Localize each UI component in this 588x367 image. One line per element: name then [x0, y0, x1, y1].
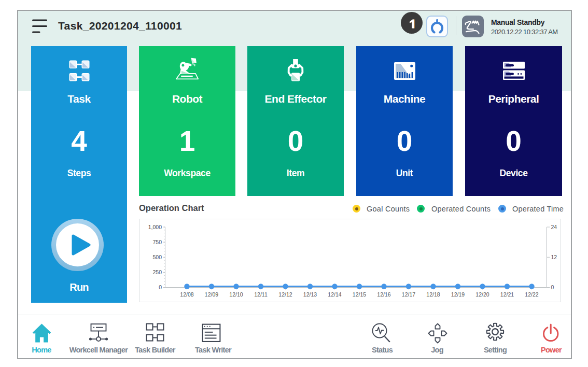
svg-text:12/19: 12/19: [451, 291, 465, 298]
svg-text:12/14: 12/14: [328, 291, 341, 298]
svg-text:24: 24: [551, 224, 557, 230]
svg-text:12/20: 12/20: [475, 291, 489, 298]
svg-text:12/08: 12/08: [180, 291, 193, 298]
svg-text:750: 750: [152, 239, 162, 245]
svg-text:12/11: 12/11: [254, 291, 268, 298]
svg-text:250: 250: [152, 269, 162, 275]
svg-text:12/18: 12/18: [426, 291, 440, 298]
svg-text:12/10: 12/10: [229, 291, 243, 298]
svg-text:12/21: 12/21: [500, 291, 514, 298]
svg-text:0: 0: [159, 284, 162, 290]
svg-text:12/09: 12/09: [205, 291, 218, 298]
svg-text:0: 0: [551, 284, 554, 290]
svg-text:500: 500: [152, 254, 162, 260]
svg-text:12/13: 12/13: [303, 291, 317, 298]
svg-text:12: 12: [551, 254, 557, 260]
svg-text:12/16: 12/16: [377, 291, 390, 298]
svg-text:12/22: 12/22: [525, 291, 538, 298]
svg-text:1,000: 1,000: [148, 224, 162, 230]
svg-text:12/17: 12/17: [402, 291, 415, 298]
svg-text:12/12: 12/12: [278, 291, 292, 298]
svg-text:12/15: 12/15: [353, 291, 366, 298]
